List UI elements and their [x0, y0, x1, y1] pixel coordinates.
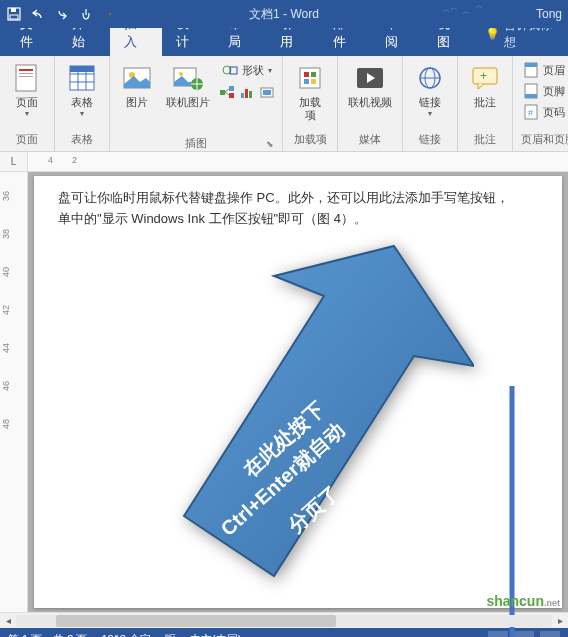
group-addins-label: 加载项	[289, 130, 331, 149]
group-illustrations: 图片 联机图片 形状 ▾ 插图 ⬊	[110, 56, 283, 151]
group-media: 联机视频 媒体	[338, 56, 403, 151]
horizontal-ruler[interactable]: 4 2	[28, 152, 568, 171]
comment-label: 批注	[474, 96, 496, 109]
header-button[interactable]: 页眉 ▾	[519, 60, 568, 80]
pages-button[interactable]: 页面 ▾	[6, 60, 48, 118]
footer-button[interactable]: 页脚 ▾	[519, 81, 568, 101]
svg-rect-12	[70, 66, 94, 72]
ruler-mark: 38	[1, 229, 11, 239]
language-status[interactable]: 中文(中国)	[190, 632, 241, 638]
comment-button[interactable]: + 批注	[464, 60, 506, 109]
addins-label: 加载 项	[299, 96, 321, 122]
proofing-status[interactable]: 呕	[165, 632, 176, 638]
group-comments: + 批注 批注	[458, 56, 513, 151]
addins-button[interactable]: 加载 项	[289, 60, 331, 122]
pictures-icon	[121, 62, 153, 94]
chevron-down-icon: ▾	[80, 109, 84, 118]
scroll-track[interactable]	[16, 615, 552, 627]
document-area: 36 38 40 42 44 46 48 盘可让你临时用鼠标代替键盘操作 PC。…	[0, 172, 568, 612]
chevron-down-icon: ▾	[25, 109, 29, 118]
page-icon	[11, 62, 43, 94]
group-links-label: 链接	[409, 130, 451, 149]
group-tables-label: 表格	[61, 130, 103, 149]
document-page[interactable]: 盘可让你临时用鼠标代替键盘操作 PC。此外，还可以用此法添加手写笔按钮， 单中的…	[34, 176, 562, 608]
undo-icon[interactable]	[30, 6, 46, 22]
ruler-mark: 48	[1, 419, 11, 429]
chart-icon[interactable]	[238, 83, 256, 101]
ruler-mark: 2	[72, 155, 77, 165]
header-icon	[523, 62, 539, 78]
group-addins: 加载 项 加载项	[283, 56, 338, 151]
ribbon: 页面 ▾ 页面 表格 ▾ 表格 图片 联机图片 形状	[0, 56, 568, 152]
group-media-label: 媒体	[344, 130, 396, 149]
scroll-thumb[interactable]	[56, 615, 336, 627]
video-icon	[354, 62, 386, 94]
user-name[interactable]: Tong	[536, 7, 562, 21]
vertical-ruler[interactable]: 36 38 40 42 44 46 48	[0, 172, 28, 612]
ruler-mark: 4	[48, 155, 53, 165]
links-label: 链接	[419, 96, 441, 109]
svg-rect-1	[10, 15, 18, 19]
group-hf-label: 页眉和页脚	[519, 130, 568, 149]
svg-rect-21	[229, 86, 234, 91]
shapes-button[interactable]: 形状 ▾	[218, 60, 276, 80]
page-number-icon: #	[523, 104, 539, 120]
smartart-icon[interactable]	[218, 83, 236, 101]
svg-line-24	[225, 92, 229, 95]
document-text-line[interactable]: 盘可让你临时用鼠标代替键盘操作 PC。此外，还可以用此法添加手写笔按钮，	[58, 188, 538, 209]
redo-icon[interactable]	[54, 6, 70, 22]
table-button[interactable]: 表格 ▾	[61, 60, 103, 118]
links-button[interactable]: 链接 ▾	[409, 60, 451, 118]
ruler-area: L 4 2	[0, 152, 568, 172]
touch-mode-icon[interactable]	[78, 6, 94, 22]
online-pictures-button[interactable]: 联机图片	[162, 60, 214, 109]
svg-rect-25	[241, 93, 244, 98]
decorative-birds	[438, 2, 498, 28]
title-bar: ▾ 文档1 - Word Tong	[0, 0, 568, 28]
svg-rect-22	[229, 93, 234, 98]
addins-icon	[294, 62, 326, 94]
svg-rect-30	[300, 68, 320, 88]
save-icon[interactable]	[6, 6, 22, 22]
svg-point-16	[179, 72, 183, 76]
ruler-mark: 42	[1, 305, 11, 315]
ruler-mark: 40	[1, 267, 11, 277]
bulb-icon: 💡	[485, 27, 500, 41]
pictures-button[interactable]: 图片	[116, 60, 158, 109]
svg-rect-29	[263, 90, 271, 95]
svg-rect-42	[525, 63, 537, 67]
online-pictures-icon	[172, 62, 204, 94]
svg-rect-32	[311, 72, 316, 77]
pictures-label: 图片	[126, 96, 148, 109]
screenshot-icon[interactable]	[258, 83, 276, 101]
shapes-icon	[222, 62, 238, 78]
word-count[interactable]: 1013 个字	[101, 632, 151, 638]
scroll-left-icon[interactable]: ◂	[0, 615, 16, 626]
footer-icon	[523, 83, 539, 99]
annotation-arrow-shape: 在此处按下 Ctrl+Enter就自动 分页了	[154, 236, 474, 616]
page-count[interactable]: 第 1 页，共 2 页	[8, 632, 87, 638]
page-number-button[interactable]: #页码 ▾	[519, 102, 568, 122]
ruler-mark: 36	[1, 191, 11, 201]
group-links: 链接 ▾ 链接	[403, 56, 458, 151]
web-layout-icon[interactable]	[540, 631, 560, 637]
online-video-button[interactable]: 联机视频	[344, 60, 396, 109]
svg-rect-6	[19, 76, 33, 77]
svg-rect-5	[19, 73, 33, 74]
watermark: shancun.net	[486, 593, 560, 609]
qat-customize-icon[interactable]: ▾	[102, 6, 118, 22]
svg-rect-31	[304, 72, 309, 77]
svg-rect-44	[525, 94, 537, 98]
shapes-label: 形状	[242, 63, 264, 78]
document-text-line[interactable]: 单中的"显示 Windows Ink 工作区按钮"即可（图 4）。	[58, 209, 538, 230]
header-label: 页眉	[543, 63, 565, 78]
table-icon	[66, 62, 98, 94]
group-pages-label: 页面	[6, 130, 48, 149]
dialog-launcher-icon[interactable]: ⬊	[116, 139, 274, 149]
svg-rect-34	[311, 79, 316, 84]
scroll-right-icon[interactable]: ▸	[552, 615, 568, 626]
horizontal-scrollbar[interactable]: ◂ ▸	[0, 612, 568, 628]
svg-rect-27	[249, 91, 252, 98]
ruler-corner[interactable]: L	[0, 152, 28, 171]
svg-rect-2	[11, 8, 16, 12]
